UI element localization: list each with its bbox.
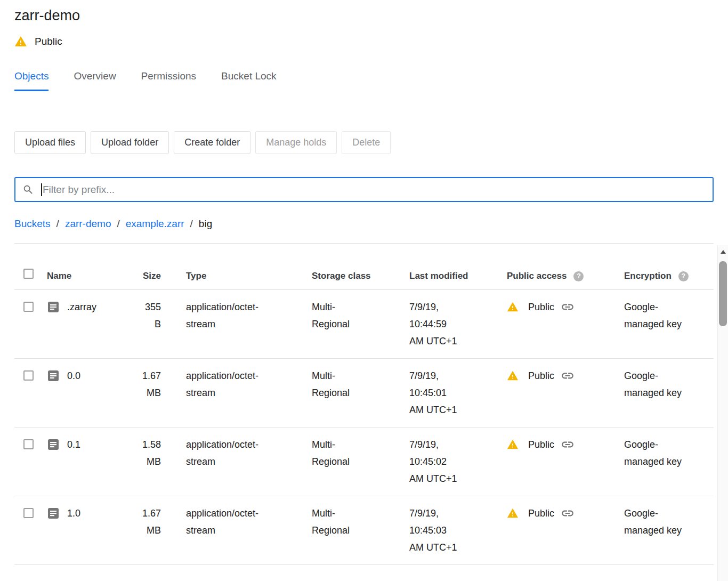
tab-bar: Objects Overview Permissions Bucket Lock [14, 70, 714, 91]
public-access-cell: Public [507, 367, 624, 384]
table-row: .zarray 355 B application/octet-stream M… [14, 290, 714, 359]
manage-holds-button[interactable]: Manage holds [255, 131, 337, 154]
link-icon[interactable] [561, 300, 575, 314]
column-header-encryption: Encryption ? [624, 271, 714, 281]
objects-table: Name Size Type Storage class Last modifi… [14, 243, 714, 565]
row-checkbox[interactable] [23, 302, 34, 312]
filter-input[interactable] [43, 184, 706, 196]
tab-overview[interactable]: Overview [74, 70, 116, 91]
column-header-storage-class: Storage class [312, 271, 409, 281]
object-name[interactable]: 0.1 [67, 436, 80, 453]
link-icon[interactable] [561, 506, 575, 520]
breadcrumb-separator: / [56, 218, 59, 230]
public-access-label: Public [528, 436, 554, 453]
table-row: 1.0 1.67 MB application/octet-stream Mul… [14, 496, 714, 565]
select-all-checkbox[interactable] [23, 269, 34, 279]
breadcrumb-separator: / [190, 218, 193, 230]
row-checkbox[interactable] [23, 508, 34, 518]
upload-folder-button[interactable]: Upload folder [91, 131, 169, 154]
warning-icon [507, 301, 519, 313]
object-toolbar: Upload files Upload folder Create folder… [14, 131, 714, 154]
public-access-cell: Public [507, 436, 624, 453]
warning-icon [507, 507, 519, 519]
tab-permissions[interactable]: Permissions [141, 70, 196, 91]
help-icon[interactable]: ? [573, 271, 584, 281]
public-access-header-label: Public access [507, 271, 567, 281]
object-type: application/octet-stream [186, 367, 312, 401]
table-row: 0.1 1.58 MB application/octet-stream Mul… [14, 427, 714, 496]
tab-objects[interactable]: Objects [14, 70, 48, 91]
public-status: Public [14, 35, 714, 48]
public-access-label: Public [528, 505, 554, 522]
file-icon [47, 301, 60, 316]
object-name[interactable]: 0.0 [67, 367, 80, 384]
object-last-modified: 7/9/19, 10:45:03 AM UTC+1 [409, 505, 507, 556]
warning-icon [14, 35, 27, 48]
column-header-type: Type [186, 271, 312, 281]
object-storage-class: Multi-Regional [312, 436, 409, 470]
text-cursor [41, 183, 42, 196]
public-access-cell: Public [507, 505, 624, 522]
object-type: application/octet-stream [186, 298, 312, 333]
upload-files-button[interactable]: Upload files [14, 131, 86, 154]
public-label: Public [35, 36, 62, 47]
row-checkbox[interactable] [23, 439, 34, 449]
breadcrumb-bucket[interactable]: zarr-demo [65, 218, 111, 230]
object-storage-class: Multi-Regional [312, 367, 409, 401]
file-icon [47, 438, 60, 453]
link-icon[interactable] [561, 438, 575, 451]
object-encryption: Google-managed key [624, 505, 714, 539]
object-storage-class: Multi-Regional [312, 298, 409, 333]
public-access-label: Public [528, 298, 554, 316]
breadcrumb: Buckets / zarr-demo / example.zarr / big [14, 218, 714, 230]
link-icon[interactable] [561, 369, 575, 383]
object-last-modified: 7/9/19, 10:45:01 AM UTC+1 [409, 367, 507, 418]
object-storage-class: Multi-Regional [312, 505, 409, 539]
object-last-modified: 7/9/19, 10:44:59 AM UTC+1 [409, 298, 507, 350]
search-icon [22, 184, 34, 196]
object-last-modified: 7/9/19, 10:45:02 AM UTC+1 [409, 436, 507, 487]
table-row: 0.0 1.67 MB application/octet-stream Mul… [14, 359, 714, 427]
vertical-scrollbar[interactable] [717, 245, 728, 581]
breadcrumb-folder[interactable]: example.zarr [126, 218, 184, 230]
scroll-up-arrow[interactable] [718, 245, 728, 258]
object-encryption: Google-managed key [624, 298, 714, 333]
file-icon [47, 369, 60, 384]
object-size: 355 B [137, 298, 161, 333]
object-name[interactable]: .zarray [67, 298, 96, 316]
object-size: 1.58 MB [137, 436, 161, 470]
object-encryption: Google-managed key [624, 436, 714, 470]
filter-box [14, 177, 714, 202]
encryption-header-label: Encryption [624, 271, 672, 281]
scrollbar-thumb[interactable] [719, 261, 727, 326]
column-header-public-access: Public access ? [507, 271, 624, 281]
column-header-last-modified: Last modified [409, 271, 507, 281]
column-header-name: Name [47, 271, 137, 281]
object-encryption: Google-managed key [624, 367, 714, 401]
object-name[interactable]: 1.0 [67, 505, 80, 522]
object-size: 1.67 MB [137, 367, 161, 401]
warning-icon [507, 370, 519, 382]
create-folder-button[interactable]: Create folder [174, 131, 250, 154]
table-header-row: Name Size Type Storage class Last modifi… [14, 244, 714, 290]
object-type: application/octet-stream [186, 436, 312, 470]
column-header-size: Size [137, 271, 161, 281]
breadcrumb-separator: / [117, 218, 119, 230]
bucket-details-page: zarr-demo Public Objects Overview Permis… [0, 0, 728, 565]
warning-icon [507, 439, 519, 450]
row-checkbox[interactable] [23, 370, 34, 381]
file-icon [47, 507, 60, 522]
breadcrumb-buckets[interactable]: Buckets [14, 218, 51, 230]
public-access-label: Public [528, 367, 554, 384]
help-icon[interactable]: ? [678, 271, 689, 281]
object-size: 1.67 MB [137, 505, 161, 539]
tab-bucket-lock[interactable]: Bucket Lock [221, 70, 277, 91]
page-title: zarr-demo [14, 7, 714, 24]
delete-button[interactable]: Delete [342, 131, 391, 154]
breadcrumb-current: big [199, 218, 212, 230]
object-type: application/octet-stream [186, 505, 312, 539]
public-access-cell: Public [507, 298, 624, 316]
